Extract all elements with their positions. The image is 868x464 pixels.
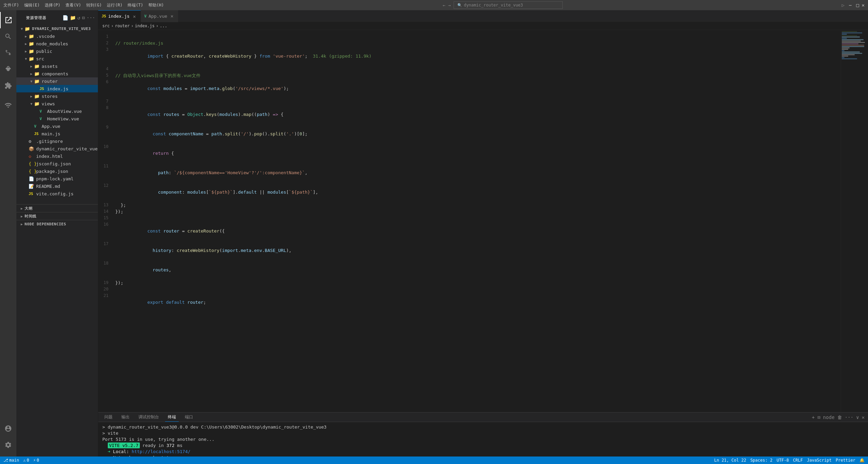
code-line-1: 1 <box>98 33 841 40</box>
public-label: public <box>36 49 52 54</box>
project-root[interactable]: ▼ 📁 DYNAMIC_ROUTER_VITE_VUE3 <box>16 25 98 32</box>
nav-forward-button[interactable]: → <box>448 3 451 8</box>
status-notifications[interactable]: 🔔 <box>859 458 865 463</box>
panel-trash-icon[interactable]: 🗑 <box>837 415 842 420</box>
tab-app-vue[interactable]: V App.vue ✕ <box>141 10 178 22</box>
panel-close-icon[interactable]: ✕ <box>862 415 865 420</box>
activity-extensions[interactable] <box>0 77 16 94</box>
status-position[interactable]: Ln 21, Col 22 <box>714 458 746 463</box>
sidebar-item-router[interactable]: ▼ 📁 router <box>16 77 98 85</box>
more-actions-icon[interactable]: ··· <box>87 15 95 20</box>
tabs-bar: JS index.js ✕ V App.vue ✕ <box>98 10 868 22</box>
menu-select[interactable]: 选择(P) <box>45 2 60 8</box>
sidebar-item-src[interactable]: ▼ 📁 src <box>16 55 98 62</box>
panel-new-terminal-icon[interactable]: + <box>812 415 814 420</box>
tab-app-vue-close[interactable]: ✕ <box>169 13 175 19</box>
panel-tab-debug[interactable]: 调试控制台 <box>136 413 162 421</box>
activity-source-control[interactable] <box>0 45 16 61</box>
activity-explorer[interactable] <box>0 12 16 28</box>
status-branch[interactable]: ⎇ main <box>3 458 19 463</box>
sidebar-item-index-js[interactable]: ▶ JS index.js <box>16 85 98 92</box>
activity-account[interactable] <box>0 420 16 437</box>
panel-chevron-down-icon[interactable]: ∨ <box>856 415 859 420</box>
menu-goto[interactable]: 转到(G) <box>86 2 102 8</box>
code-line-17: 17 history: createWebHistory(import.meta… <box>98 241 841 260</box>
sidebar-item-vscode[interactable]: ▶ 📁 .vscode <box>16 32 98 40</box>
code-line-16: 16 const router = createRouter({ <box>98 221 841 241</box>
nav-back-button[interactable]: ← <box>443 3 445 8</box>
sidebar-item-readme[interactable]: ▶ 📝 README.md <box>16 182 98 190</box>
sidebar-item-pnpm-lock[interactable]: ▶ 📄 pnpm-lock.yaml <box>16 175 98 182</box>
status-warnings[interactable]: ⚡ 0 <box>33 458 39 463</box>
src-arrow: ▼ <box>23 57 29 61</box>
collapse-icon[interactable]: ⊟ <box>82 15 85 20</box>
breadcrumb-src[interactable]: src <box>102 24 110 28</box>
sidebar-item-components[interactable]: ▶ 📁 components <box>16 70 98 77</box>
sidebar-item-jsconfig[interactable]: ▶ { } jsconfig.json <box>16 160 98 167</box>
maximize-button[interactable]: □ <box>856 2 859 8</box>
panel-tab-problems[interactable]: 问题 <box>102 413 115 421</box>
sidebar-item-app-vue[interactable]: ▶ V App.vue <box>16 122 98 130</box>
sidebar-item-homeview[interactable]: ▶ V HomeView.vue <box>16 115 98 122</box>
status-spaces-label: Spaces: 2 <box>750 458 773 463</box>
node-deps-header[interactable]: ▶ NODE DEPENDENCIES <box>16 220 98 228</box>
breadcrumb-more[interactable]: ... <box>160 24 167 28</box>
sidebar-item-public[interactable]: ▶ 📁 public <box>16 47 98 55</box>
new-folder-icon[interactable]: 📁 <box>70 15 76 20</box>
sidebar-item-assets[interactable]: ▶ 📁 assets <box>16 62 98 70</box>
tab-index-js-close[interactable]: ✕ <box>132 14 137 19</box>
sidebar-item-index-html[interactable]: ▶ ◇ index.html <box>16 152 98 160</box>
sidebar-item-main-js[interactable]: ▶ JS main.js <box>16 130 98 137</box>
sidebar-item-package-json[interactable]: ▶ { } package.json <box>16 167 98 175</box>
menu-view[interactable]: 查看(V) <box>65 2 81 8</box>
breadcrumb-index-js[interactable]: index.js <box>135 24 155 28</box>
timeline-header[interactable]: ▶ 时间线 <box>16 212 98 220</box>
sidebar-item-aboutview[interactable]: ▶ V AboutView.vue <box>16 107 98 115</box>
status-language[interactable]: JavaScript <box>807 458 832 463</box>
activity-settings[interactable] <box>0 437 16 453</box>
activity-debug[interactable] <box>0 61 16 77</box>
router-label: router <box>42 79 58 84</box>
sidebar-item-node-modules[interactable]: ▶ 📁 node_modules <box>16 40 98 47</box>
js-file-icon: JS <box>34 132 40 136</box>
status-encoding[interactable]: UTF-8 <box>777 458 789 463</box>
breadcrumb-router[interactable]: router <box>115 24 130 28</box>
status-spaces[interactable]: Spaces: 2 <box>750 458 773 463</box>
sidebar-item-gitignore[interactable]: ▶ ⚙ .gitignore <box>16 137 98 145</box>
code-line-15: 15 <box>98 215 841 221</box>
sidebar-item-stores[interactable]: ▶ 📁 stores <box>16 92 98 100</box>
file-icon: ⚙ <box>29 139 35 144</box>
sidebar-item-dynamic-zip[interactable]: ▶ 📦 dynamic_router_vite_vue3.zip <box>16 145 98 152</box>
activity-search[interactable] <box>0 28 16 45</box>
panel-tab-ports[interactable]: 端口 <box>182 413 196 421</box>
status-eol-label: CRLF <box>793 458 803 463</box>
run-icon[interactable]: ▷ <box>842 2 844 8</box>
menu-run[interactable]: 运行(R) <box>107 2 122 8</box>
panel-actions: + ⊟ node 🗑 ··· ∨ ✕ <box>812 415 865 420</box>
status-formatter[interactable]: Prettier <box>836 458 855 463</box>
code-editor[interactable]: 1 2 // router/index.js 3 import { create… <box>98 30 841 412</box>
outline-header[interactable]: ▶ 大纲 <box>16 205 98 212</box>
new-file-icon[interactable]: 📄 <box>62 15 68 20</box>
html-file-icon: ◇ <box>29 154 35 159</box>
menu-file[interactable]: 文件(F) <box>3 2 19 8</box>
close-button[interactable]: ✕ <box>862 2 865 8</box>
panel-tab-output[interactable]: 输出 <box>119 413 132 421</box>
panel-tab-terminal[interactable]: 终端 <box>165 413 179 422</box>
refresh-icon[interactable]: ↺ <box>77 15 80 20</box>
menu-terminal[interactable]: 终端(T) <box>128 2 143 8</box>
sidebar-item-vite-config[interactable]: ▶ JS vite.config.js <box>16 190 98 197</box>
menu-edit[interactable]: 编辑(E) <box>24 2 40 8</box>
sidebar-item-views[interactable]: ▼ 📁 views <box>16 100 98 107</box>
terminal-content[interactable]: > dynamic_router_vite_vue3@0.0.0 dev C:\… <box>98 422 868 456</box>
status-errors[interactable]: ⚠ 0 <box>23 458 29 463</box>
panel-more-icon[interactable]: ··· <box>845 415 853 420</box>
activity-bar <box>0 10 16 456</box>
menu-help[interactable]: 帮助(H) <box>148 2 164 8</box>
activity-remote[interactable] <box>0 97 16 114</box>
global-search-bar[interactable]: 🔍 dynamic_router_vite_vue3 <box>454 1 563 9</box>
panel-split-icon[interactable]: ⊟ <box>818 415 820 420</box>
tab-index-js[interactable]: JS index.js ✕ <box>98 10 141 22</box>
minimize-button[interactable]: － <box>847 1 853 9</box>
status-eol[interactable]: CRLF <box>793 458 803 463</box>
